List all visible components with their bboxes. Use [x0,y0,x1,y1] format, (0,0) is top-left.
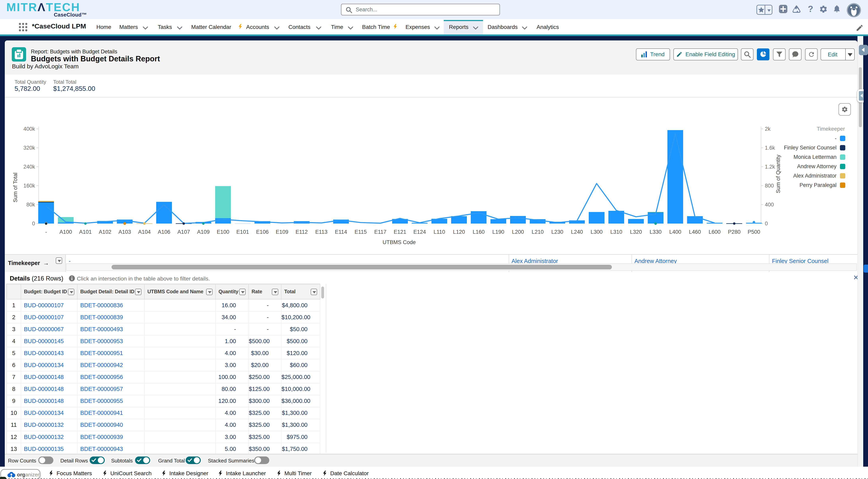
svg-text:A104: A104 [138,229,151,235]
svg-text:L460: L460 [689,229,701,235]
svg-text:A109: A109 [197,229,210,235]
svg-text:L320: L320 [630,229,642,235]
svg-text:L330: L330 [650,229,662,235]
svg-text:A106: A106 [158,229,170,235]
svg-text:E106: E106 [256,229,269,235]
svg-text:80k: 80k [26,202,35,208]
svg-text:E117: E117 [374,229,386,235]
svg-text:-: - [835,135,837,141]
svg-text:L310: L310 [610,229,622,235]
svg-text:E124: E124 [413,229,426,235]
svg-text:320k: 320k [23,145,35,151]
svg-text:-: - [45,229,47,235]
svg-text:L300: L300 [591,229,602,235]
svg-text:L600: L600 [709,229,721,235]
svg-text:2k: 2k [765,126,771,132]
svg-text:160k: 160k [23,183,35,189]
svg-text:L240: L240 [571,229,583,235]
svg-text:Perry Paralegal: Perry Paralegal [800,182,837,188]
svg-text:P280: P280 [728,229,741,235]
svg-text:0: 0 [32,220,35,227]
svg-text:L110: L110 [434,229,445,235]
svg-text:E100: E100 [217,229,229,235]
svg-text:L160: L160 [473,229,485,235]
svg-text:L230: L230 [551,229,563,235]
svg-text:1.2k: 1.2k [765,164,775,170]
svg-text:L400: L400 [669,229,681,235]
svg-text:E114: E114 [335,229,347,235]
svg-text:Sum of Quantity: Sum of Quantity [775,155,781,193]
svg-text:Andrew Attorney: Andrew Attorney [797,163,837,169]
svg-text:E112: E112 [296,229,308,235]
svg-text:P500: P500 [748,229,760,235]
svg-text:400: 400 [765,202,774,208]
svg-text:L120: L120 [453,229,465,235]
svg-text:A100: A100 [59,229,72,235]
svg-text:Timekeeper: Timekeeper [816,126,845,132]
svg-text:A101: A101 [79,229,92,235]
svg-text:L210: L210 [532,229,544,235]
svg-text:E101: E101 [237,229,249,235]
svg-text:Monica Letterman: Monica Letterman [794,154,837,160]
svg-text:Sum of Total: Sum of Total [12,173,18,203]
svg-text:1.6k: 1.6k [765,145,775,151]
svg-text:A102: A102 [99,229,111,235]
svg-text:Finley Senior Counsel: Finley Senior Counsel [784,145,837,151]
svg-text:0: 0 [765,220,768,227]
svg-text:L190: L190 [492,229,504,235]
svg-text:400k: 400k [23,126,35,132]
svg-text:800: 800 [765,183,774,189]
svg-text:L200: L200 [512,229,524,235]
svg-text:E109: E109 [276,229,288,235]
svg-text:240k: 240k [23,164,35,170]
svg-text:E115: E115 [354,229,367,235]
svg-text:A107: A107 [178,229,190,235]
svg-text:E121: E121 [394,229,406,235]
svg-text:A103: A103 [119,229,131,235]
svg-text:Alex Administrator: Alex Administrator [793,173,837,179]
svg-text:E113: E113 [315,229,328,235]
svg-text:UTBMS Code: UTBMS Code [382,239,416,245]
